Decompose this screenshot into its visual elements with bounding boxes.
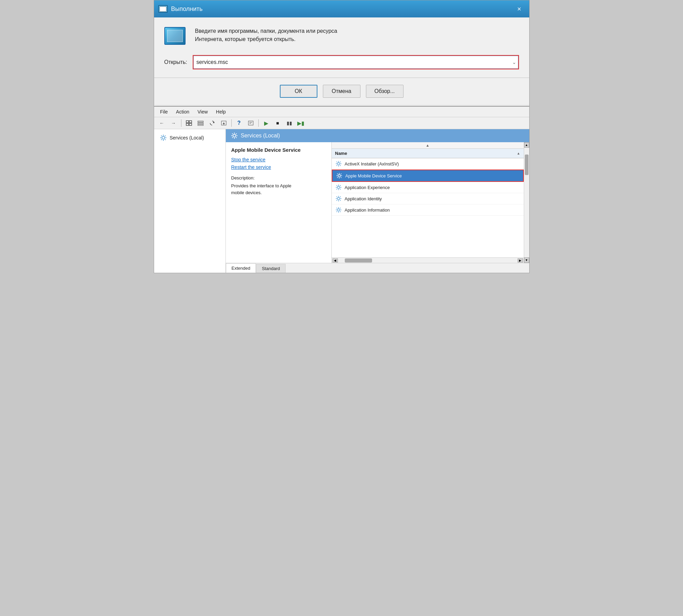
close-button[interactable]: × — [514, 3, 525, 15]
run-description-line1: Введите имя программы, папки, документа … — [195, 28, 337, 34]
scroll-up-arrow-icon: ▲ — [426, 143, 429, 147]
stop-service-link[interactable]: Stop the service — [231, 157, 326, 162]
toolbar-properties[interactable] — [246, 119, 256, 128]
menu-help[interactable]: Help — [213, 108, 229, 116]
svg-point-16 — [337, 186, 340, 189]
svg-point-13 — [233, 134, 236, 137]
browse-button[interactable]: Обзор... — [366, 85, 404, 98]
restart-service-link[interactable]: Restart the service — [231, 164, 326, 170]
services-local-tree-item[interactable]: Services (Local) — [157, 132, 223, 144]
list-scroll-area: ActiveX Installer (AxInstSV) Apple Mobil… — [332, 158, 524, 257]
description-label: Description: — [231, 175, 326, 180]
description-text: Provides the interface to Applemobile de… — [231, 183, 326, 196]
toolbar-sep2 — [231, 119, 232, 127]
run-icon — [164, 27, 188, 48]
toolbar-play[interactable]: ▶ — [261, 119, 271, 128]
scrollbar-h-thumb — [345, 258, 372, 263]
apple-gear-icon — [336, 172, 343, 179]
service-row-activex[interactable]: ActiveX Installer (AxInstSV) — [332, 158, 524, 170]
toolbar-back[interactable]: ← — [157, 119, 167, 128]
svg-rect-5 — [198, 123, 203, 124]
appid-gear-icon — [335, 195, 342, 202]
horizontal-scrollbar[interactable]: ◀ ▶ — [332, 257, 524, 263]
toolbar-list[interactable] — [195, 119, 206, 128]
toolbar-forward[interactable]: → — [168, 119, 179, 128]
restart-link-text: Restart — [231, 164, 247, 170]
svg-rect-2 — [186, 123, 189, 125]
cancel-button[interactable]: Отмена — [323, 85, 360, 98]
list-scroll-up[interactable]: ▲ — [332, 142, 524, 149]
appexp-gear-icon — [335, 184, 342, 191]
apple-service-name: Apple Mobile Device Service — [345, 173, 402, 178]
svg-rect-1 — [189, 121, 192, 123]
tab-extended[interactable]: Extended — [226, 263, 256, 273]
services-list-wrapper: ▲ Name ▲ — [332, 142, 529, 263]
services-list-header: Name ▲ — [332, 149, 524, 158]
service-row-app-info[interactable]: Application Information — [332, 204, 524, 216]
bottom-tabs: Extended Standard — [226, 263, 529, 273]
toolbar-help[interactable]: ? — [234, 119, 244, 128]
appid-service-name: Application Identity — [345, 196, 382, 201]
run-open-label: Открыть: — [164, 59, 187, 65]
services-main: Services (Local) Apple Mobile Device Ser… — [226, 129, 529, 273]
gear-icon — [160, 134, 167, 142]
svg-rect-9 — [248, 121, 253, 125]
run-top-row: Введите имя программы, папки, документа … — [164, 27, 519, 48]
service-row-app-exp[interactable]: Application Experience — [332, 182, 524, 193]
svg-rect-4 — [198, 121, 203, 122]
vertical-scrollbar[interactable]: ▲ ▼ — [524, 142, 529, 263]
services-list-inner: ▲ Name ▲ — [332, 142, 524, 263]
toolbar-grid[interactable] — [184, 119, 194, 128]
toolbar-pause[interactable]: ▮▮ — [284, 119, 295, 128]
run-body: Введите имя программы, папки, документа … — [154, 17, 529, 106]
menu-file[interactable]: File — [157, 108, 172, 116]
services-content: Services (Local) Services (Local) Apple … — [154, 129, 529, 273]
toolbar-export[interactable] — [219, 119, 229, 128]
svg-rect-3 — [189, 123, 192, 125]
scroll-up-btn[interactable]: ▲ — [524, 142, 529, 148]
svg-point-12 — [162, 136, 165, 139]
service-name-heading: Apple Mobile Device Service — [231, 147, 326, 153]
name-col-header: Name — [335, 151, 347, 156]
svg-point-18 — [337, 209, 340, 211]
services-window: File Action View Help ← → ? ▶ ■ ▮▮ ▶▮ — [154, 106, 530, 273]
scrollbar-v-thumb — [525, 155, 529, 175]
svg-rect-0 — [186, 121, 189, 123]
service-row-apple[interactable]: Apple Mobile Device Service — [332, 170, 524, 182]
service-row-app-id[interactable]: Application Identity — [332, 193, 524, 204]
run-open-row: Открыть: ⌄ — [164, 55, 519, 69]
scroll-right-btn[interactable]: ▶ — [518, 258, 523, 263]
scroll-down-btn[interactable]: ▼ — [524, 257, 529, 263]
stop-link-text: Stop — [231, 157, 241, 162]
run-titlebar: Выполнить × — [154, 0, 529, 17]
activex-service-name: ActiveX Installer (AxInstSV) — [345, 161, 399, 166]
service-detail-panel: Apple Mobile Device Service Stop the ser… — [226, 142, 332, 263]
run-input-wrapper: ⌄ — [193, 55, 519, 69]
menu-view[interactable]: View — [194, 108, 211, 116]
toolbar-stop[interactable]: ■ — [273, 119, 283, 128]
services-local-label: Services (Local) — [170, 135, 204, 140]
run-input[interactable] — [193, 56, 518, 69]
services-header-bar: Services (Local) — [226, 129, 529, 142]
appinfo-service-name: Application Information — [345, 207, 390, 213]
activex-gear-icon — [335, 160, 342, 167]
tab-standard[interactable]: Standard — [256, 264, 286, 273]
toolbar-restart[interactable]: ▶▮ — [296, 119, 306, 128]
sort-arrow-icon: ▲ — [517, 151, 520, 155]
header-gear-icon — [231, 132, 238, 139]
titlebar-left: Выполнить — [158, 5, 203, 13]
toolbar-sep3 — [258, 119, 259, 127]
services-menubar: File Action View Help — [154, 107, 529, 117]
run-buttons: ОК Отмена Обзор... — [164, 85, 519, 99]
toolbar-refresh[interactable] — [207, 119, 217, 128]
svg-rect-6 — [198, 124, 203, 125]
run-description-line2: Интернета, которые требуется открыть. — [195, 36, 296, 42]
menu-action[interactable]: Action — [173, 108, 193, 116]
run-title-icon — [158, 5, 168, 13]
run-description: Введите имя программы, папки, документа … — [195, 27, 337, 43]
ok-button[interactable]: ОК — [280, 85, 317, 98]
services-left-panel: Services (Local) — [154, 129, 226, 273]
services-split: Apple Mobile Device Service Stop the ser… — [226, 142, 529, 263]
scroll-left-btn[interactable]: ◀ — [332, 258, 338, 263]
run-title-text: Выполнить — [171, 5, 203, 13]
